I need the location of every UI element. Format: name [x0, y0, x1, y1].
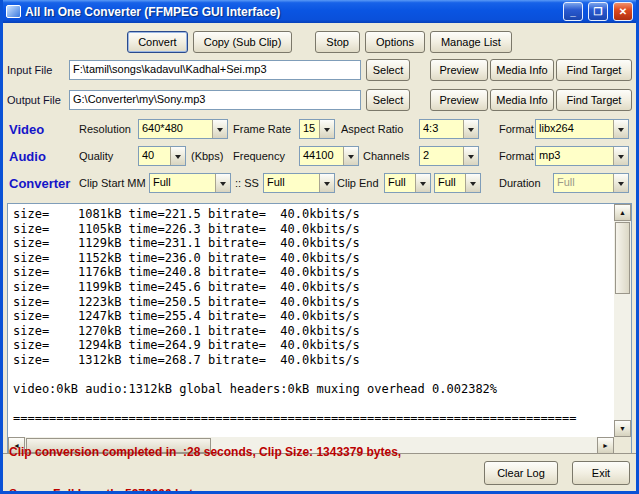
frequency-value: 44100 — [300, 147, 343, 165]
clip-start-ss-value: Full — [264, 174, 319, 192]
frequency-select[interactable]: 44100 — [299, 146, 359, 166]
log-output[interactable]: size= 1081kB time=221.5 bitrate= 40.0kbi… — [8, 204, 614, 437]
resolution-select[interactable]: 640*480 — [138, 119, 228, 139]
dropdown-arrow-icon[interactable] — [212, 120, 227, 138]
quality-label: Quality — [79, 146, 113, 167]
manage-list-button[interactable]: Manage List — [430, 31, 512, 53]
frame-rate-select[interactable]: 15 — [299, 119, 335, 139]
frame-rate-value: 15 — [300, 120, 319, 138]
clip-start-label: Clip Start MM — [79, 173, 146, 194]
status-message: Clip conversion completed in :28 seconds… — [9, 417, 484, 494]
quality-value: 40 — [139, 147, 170, 165]
exit-button[interactable]: Exit — [572, 461, 630, 485]
dropdown-arrow-icon[interactable] — [319, 174, 334, 192]
log-vertical-scrollbar[interactable]: ▲ ▼ — [614, 204, 631, 437]
clip-end-mm-select[interactable]: Full — [384, 173, 431, 193]
output-find-target-button[interactable]: Find Target — [556, 89, 632, 111]
input-select-button[interactable]: Select — [366, 59, 410, 81]
duration-label: Duration — [499, 173, 541, 194]
dropdown-arrow-icon[interactable] — [463, 120, 478, 138]
aspect-ratio-value: 4:3 — [420, 120, 463, 138]
clip-start-mm-value: Full — [150, 174, 215, 192]
parameters-panel: Video Resolution 640*480 Frame Rate 15 A… — [7, 119, 632, 197]
video-format-select[interactable]: libx264 — [535, 119, 629, 139]
audio-section-label: Audio — [9, 146, 46, 167]
output-file-row: Output File G:\Converter\my\Sony.mp3 Sel… — [7, 89, 632, 111]
input-actions: Preview Media Info Find Target — [430, 59, 632, 81]
duration-select: Full — [553, 173, 629, 193]
app-icon — [6, 5, 21, 18]
vertical-scroll-thumb[interactable] — [615, 222, 630, 294]
audio-format-select[interactable]: mp3 — [535, 146, 629, 166]
dropdown-arrow-icon[interactable] — [613, 147, 628, 165]
clip-start-mm-select[interactable]: Full — [149, 173, 231, 193]
clear-log-button[interactable]: Clear Log — [484, 461, 558, 485]
channels-select[interactable]: 2 — [419, 146, 479, 166]
clip-start-ss-select[interactable]: Full — [263, 173, 335, 193]
channels-label: Channels — [363, 146, 409, 167]
toolbar: Convert Copy (Sub Clip) Stop Options Man… — [7, 23, 632, 53]
status-line-1: Clip conversion completed in :28 seconds… — [9, 445, 484, 459]
aspect-ratio-select[interactable]: 4:3 — [419, 119, 479, 139]
output-preview-button[interactable]: Preview — [430, 89, 488, 111]
scroll-up-icon[interactable]: ▲ — [614, 204, 631, 221]
video-section-label: Video — [9, 119, 44, 140]
window-content: Convert Copy (Sub Clip) Stop Options Man… — [3, 23, 636, 491]
quality-select[interactable]: 40 — [138, 146, 186, 166]
output-select-button[interactable]: Select — [366, 89, 410, 111]
output-file-field[interactable]: G:\Converter\my\Sony.mp3 — [69, 90, 361, 110]
close-button[interactable]: ✕ — [613, 2, 633, 21]
clip-end-ss-value: Full — [435, 174, 465, 192]
dropdown-arrow-icon[interactable] — [465, 174, 480, 192]
maximize-button[interactable]: ❐ — [588, 2, 608, 21]
title-bar[interactable]: All In One Converter (FFMPEG GUI Interfa… — [3, 0, 636, 23]
scrollbar-corner — [614, 437, 631, 454]
input-find-target-button[interactable]: Find Target — [556, 59, 632, 81]
dropdown-arrow-icon[interactable] — [463, 147, 478, 165]
dropdown-arrow-icon — [613, 174, 628, 192]
channels-value: 2 — [420, 147, 463, 165]
output-file-label: Output File — [7, 94, 69, 106]
output-media-info-button[interactable]: Media Info — [490, 89, 554, 111]
stop-button[interactable]: Stop — [315, 31, 360, 53]
audio-format-value: mp3 — [536, 147, 613, 165]
window-title: All In One Converter (FFMPEG GUI Interfa… — [25, 5, 558, 19]
aspect-ratio-label: Aspect Ratio — [341, 119, 403, 140]
dropdown-arrow-icon[interactable] — [415, 174, 430, 192]
output-actions: Preview Media Info Find Target — [430, 89, 632, 111]
duration-value: Full — [554, 174, 613, 192]
audio-format-label: Format — [499, 146, 534, 167]
status-line-2: Source Full Length: 5376000 bytes. — [9, 487, 484, 494]
video-format-label: Format — [499, 119, 534, 140]
converter-section-label: Converter — [9, 173, 70, 194]
dropdown-arrow-icon[interactable] — [613, 120, 628, 138]
app-window: All In One Converter (FFMPEG GUI Interfa… — [0, 0, 639, 494]
scroll-down-icon[interactable]: ▼ — [614, 420, 631, 437]
video-format-value: libx264 — [536, 120, 613, 138]
resolution-label: Resolution — [79, 119, 131, 140]
input-file-field[interactable]: F:\tamil\songs\kadavul\Kadhal+Sei.mp3 — [69, 60, 361, 80]
options-button[interactable]: Options — [365, 31, 425, 53]
clip-end-label: Clip End — [337, 173, 379, 194]
frame-rate-label: Frame Rate — [233, 119, 291, 140]
input-preview-button[interactable]: Preview — [430, 59, 488, 81]
dropdown-arrow-icon[interactable] — [215, 174, 230, 192]
minimize-button[interactable]: _ — [563, 2, 583, 21]
dropdown-arrow-icon[interactable] — [170, 147, 185, 165]
clip-end-ss-select[interactable]: Full — [434, 173, 481, 193]
input-media-info-button[interactable]: Media Info — [490, 59, 554, 81]
ss-label: :: SS — [235, 173, 259, 194]
copy-subclip-button[interactable]: Copy (Sub Clip) — [193, 31, 293, 53]
frequency-label: Frequency — [233, 146, 285, 167]
input-file-label: Input File — [7, 64, 69, 76]
dropdown-arrow-icon[interactable] — [343, 147, 358, 165]
resolution-value: 640*480 — [139, 120, 212, 138]
input-file-row: Input File F:\tamil\songs\kadavul\Kadhal… — [7, 59, 632, 81]
convert-button[interactable]: Convert — [127, 31, 188, 53]
scroll-right-icon[interactable]: ► — [597, 437, 614, 454]
dropdown-arrow-icon[interactable] — [319, 120, 334, 138]
clip-end-mm-value: Full — [385, 174, 415, 192]
status-bar: Clip conversion completed in :28 seconds… — [3, 453, 636, 491]
quality-unit-label: (Kbps) — [191, 146, 223, 167]
